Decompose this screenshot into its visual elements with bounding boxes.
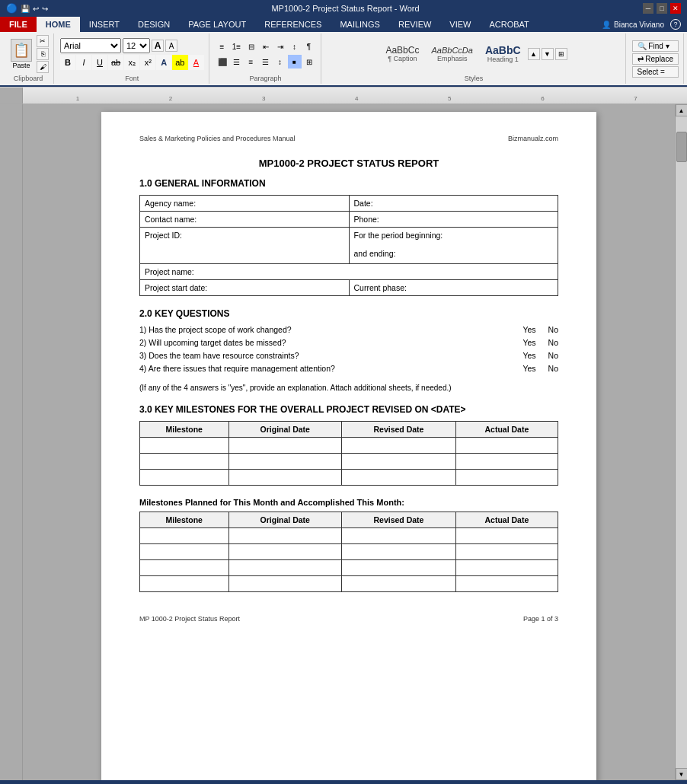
header-left: Sales & Marketing Policies and Procedure… [139, 135, 296, 142]
tab-review[interactable]: REVIEW [389, 17, 440, 32]
close-button[interactable]: ✕ [670, 3, 681, 14]
scroll-thumb[interactable] [676, 132, 687, 162]
rd-cell [342, 470, 456, 486]
sub-original-date-col-header: Original Date [228, 512, 342, 528]
align-center-button[interactable]: ☰ [230, 55, 244, 69]
table-row [140, 528, 558, 544]
tab-acrobat[interactable]: ACROBAT [480, 17, 538, 32]
tab-design[interactable]: DESIGN [129, 17, 179, 32]
subscript-button[interactable]: x₂ [124, 55, 139, 70]
show-formatting-button[interactable]: ¶ [302, 40, 316, 53]
minimize-button[interactable]: ─ [643, 3, 653, 14]
tab-page-layout[interactable]: PAGE LAYOUT [179, 17, 255, 32]
window-controls[interactable]: ─ □ ✕ [643, 3, 681, 14]
tab-insert[interactable]: INSERT [80, 17, 129, 32]
replace-button[interactable]: ⇄ Replace [632, 53, 679, 65]
original-date-col-header: Original Date [228, 422, 342, 438]
cut-button[interactable]: ✂ [37, 35, 49, 47]
question-1-text: 1) Has the project scope of work changed… [139, 325, 522, 334]
ms-cell [140, 576, 229, 592]
styles-content: AaBbCc ¶ Caption AaBbCcDa Emphasis AaBbC… [380, 35, 567, 73]
line-spacing-button[interactable]: ↕ [273, 55, 287, 69]
style-emphasis-preview: AaBbCcDa [431, 46, 472, 55]
increase-font-button[interactable]: A [152, 40, 164, 52]
styles-expand[interactable]: ⊞ [555, 48, 567, 60]
font-size-select[interactable]: 12 [123, 38, 150, 53]
justify-button[interactable]: ☰ [259, 55, 273, 69]
decrease-indent-button[interactable]: ⇤ [259, 40, 273, 53]
question-4-yesno: Yes No [522, 364, 558, 373]
period-label: For the period beginning:and ending: [349, 228, 558, 264]
styles-scroll-up[interactable]: ▲ [528, 48, 540, 60]
ruler-body: 1 2 3 4 5 6 7 [23, 88, 687, 104]
strikethrough-button[interactable]: ab [108, 55, 123, 70]
scroll-track[interactable] [676, 116, 687, 768]
ruler-mark-3: 3 [262, 95, 265, 102]
project-name-label: Project name: [140, 264, 558, 280]
od-cell [228, 560, 342, 576]
question-1-no: No [548, 325, 558, 334]
ribbon-group-clipboard: 📋 Paste ✂ ⎘ 🖌 Clipboard [3, 33, 54, 84]
tab-mailings[interactable]: MAILINGS [331, 17, 389, 32]
superscript-button[interactable]: x² [140, 55, 155, 70]
agency-name-label: Agency name: [140, 196, 350, 212]
bullets-button[interactable]: ≡ [216, 40, 229, 53]
copy-button[interactable]: ⎘ [37, 48, 49, 60]
style-heading1[interactable]: AaBbC Heading 1 [480, 43, 526, 65]
footer-left: MP 1000-2 Project Status Report [139, 615, 240, 623]
header-right: Bizmanualz.com [508, 135, 558, 142]
table-row [140, 576, 558, 592]
od-cell [228, 438, 342, 454]
highlight-button[interactable]: ab [172, 55, 187, 70]
project-start-label: Project start date: [140, 280, 350, 296]
tab-references[interactable]: REFERENCES [255, 17, 331, 32]
italic-button[interactable]: I [76, 55, 91, 70]
align-left-button[interactable]: ⬛ [216, 55, 229, 69]
style-emphasis[interactable]: AaBbCcDa Emphasis [426, 44, 478, 65]
font-color-button[interactable]: A [189, 55, 204, 70]
help-button[interactable]: ? [670, 19, 681, 30]
style-heading1-label: Heading 1 [487, 56, 519, 63]
paste-label: Paste [12, 62, 30, 69]
increase-indent-button[interactable]: ⇥ [273, 40, 287, 53]
right-scrollbar[interactable]: ▲ ▼ [675, 104, 687, 780]
shading-button[interactable]: ■ [288, 55, 302, 69]
ms-cell [140, 560, 229, 576]
page-header: Sales & Marketing Policies and Procedure… [139, 135, 558, 142]
underline-button[interactable]: U [92, 55, 107, 70]
ad-cell [455, 438, 558, 454]
borders-button[interactable]: ⊞ [302, 55, 316, 69]
font-label: Font [125, 73, 139, 82]
style-caption[interactable]: AaBbCc ¶ Caption [380, 43, 424, 65]
page-footer: MP 1000-2 Project Status Report Page 1 o… [139, 615, 558, 623]
document-area[interactable]: Sales & Marketing Policies and Procedure… [23, 104, 675, 780]
tab-file[interactable]: FILE [0, 17, 37, 32]
multilevel-list-button[interactable]: ⊟ [244, 40, 258, 53]
window-title: MP1000-2 Project Status Report - Word [48, 4, 643, 13]
style-heading1-preview: AaBbC [485, 45, 521, 56]
date-label: Date: [349, 196, 558, 212]
decrease-font-button[interactable]: A [165, 40, 177, 52]
styles-scroll-down[interactable]: ▼ [542, 48, 554, 60]
rd-cell [342, 528, 456, 544]
question-2-no: No [548, 338, 558, 347]
section3-heading: 3.0 KEY MILESTONES FOR THE OVERALL PROJE… [139, 404, 558, 415]
scroll-down-button[interactable]: ▼ [676, 768, 688, 780]
format-painter-button[interactable]: 🖌 [37, 61, 49, 73]
find-button[interactable]: 🔍 Find ▾ [632, 40, 679, 52]
maximize-button[interactable]: □ [657, 3, 667, 14]
question-2-text: 2) Will upcoming target dates be missed? [139, 338, 522, 347]
font-name-select[interactable]: Arial [60, 38, 121, 53]
ruler-mark-7: 7 [634, 95, 637, 102]
select-button[interactable]: Select = [632, 66, 679, 78]
text-effects-button[interactable]: A [156, 55, 171, 70]
sort-button[interactable]: ↕ [288, 40, 302, 53]
tab-view[interactable]: VIEW [440, 17, 480, 32]
numbering-button[interactable]: 1≡ [230, 40, 244, 53]
scroll-up-button[interactable]: ▲ [676, 104, 688, 116]
bold-button[interactable]: B [60, 55, 75, 70]
align-right-button[interactable]: ≡ [244, 55, 258, 69]
style-emphasis-label: Emphasis [437, 55, 468, 62]
paste-button[interactable]: 📋 Paste [8, 37, 35, 71]
tab-home[interactable]: HOME [37, 17, 80, 32]
